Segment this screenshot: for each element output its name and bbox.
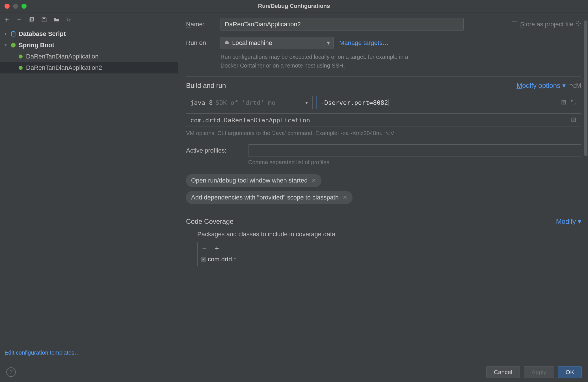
modify-options-link[interactable]: Modify options ▾: [516, 82, 565, 90]
tree-item-app1[interactable]: DaRenTanDianApplication: [0, 51, 178, 62]
main-class-value: com.drtd.DaRenTanDianApplication: [190, 117, 310, 124]
maximize-window-icon[interactable]: [21, 4, 27, 9]
spring-leaf-icon: [18, 53, 24, 60]
tree-group-label: Database Script: [19, 30, 66, 38]
chip-provided-scope[interactable]: Add dependencies with "provided" scope t…: [186, 191, 353, 204]
coverage-item-label: com.drtd.*: [208, 256, 236, 263]
chevron-down-icon: ▾: [562, 82, 566, 89]
vm-options-value: -Dserver.port=8082: [321, 99, 388, 106]
history-icon[interactable]: [561, 99, 567, 106]
main-class-input[interactable]: com.drtd.DaRenTanDianApplication: [186, 113, 581, 127]
home-icon: [224, 39, 229, 47]
apply-button[interactable]: Apply: [524, 366, 554, 378]
tree-group-label: Spring Boot: [19, 42, 54, 49]
profiles-label: Active profiles:: [186, 147, 248, 154]
jdk-hint: SDK of 'drtd' mo: [215, 99, 275, 106]
close-icon[interactable]: ✕: [343, 194, 347, 201]
copy-icon[interactable]: [28, 16, 35, 23]
bottombar: ? Cancel Apply OK: [0, 362, 588, 382]
chevron-down-icon: ▾: [578, 218, 581, 225]
close-window-icon[interactable]: [5, 4, 10, 9]
svg-point-5: [578, 23, 579, 24]
runon-value: Local machine: [232, 39, 272, 47]
titlebar: Run/Debug Configurations: [0, 0, 588, 12]
add-icon[interactable]: [213, 245, 220, 252]
manage-targets-link[interactable]: Manage targets…: [339, 39, 389, 47]
sidebar-toolbar: [0, 12, 178, 27]
list-icon[interactable]: [571, 117, 577, 123]
modify-shortcut: ⌥M: [569, 82, 581, 89]
scrollbar-thumb[interactable]: [584, 20, 587, 156]
window-controls: [5, 4, 27, 9]
coverage-section-title: Code Coverage: [186, 218, 234, 225]
svg-point-3: [12, 32, 15, 33]
svg-rect-1: [29, 18, 33, 22]
svg-point-4: [11, 43, 16, 48]
expand-icon[interactable]: [570, 99, 577, 106]
store-as-project-checkbox[interactable]: [512, 21, 517, 27]
cancel-button[interactable]: Cancel: [486, 366, 520, 378]
name-input[interactable]: [220, 18, 464, 31]
runon-hint: Run configurations may be executed local…: [220, 53, 427, 70]
vm-options-input[interactable]: -Dserver.port=8082: [316, 96, 581, 109]
store-as-project-label: Store as project file: [520, 21, 573, 28]
config-tree: Database Script Spring Boot DaRenTanDian…: [0, 27, 178, 346]
tree-item-label: DaRenTanDianApplication2: [26, 64, 102, 71]
chevron-right-icon: [3, 32, 8, 36]
window-title: Run/Debug Configurations: [258, 3, 330, 9]
build-section-title: Build and run: [186, 82, 226, 90]
coverage-modify-link[interactable]: Modify ▾: [556, 218, 581, 225]
chip-open-tool-window[interactable]: Open run/debug tool window when started …: [186, 174, 321, 187]
gear-icon[interactable]: [576, 21, 581, 28]
chevron-down-icon: ▾: [305, 99, 308, 106]
text-cursor: [388, 99, 388, 106]
config-form: Name: Store as project file Run on: Loca…: [178, 12, 588, 362]
name-label: Name:: [186, 21, 220, 28]
divider: [186, 76, 581, 77]
tree-group-spring-boot[interactable]: Spring Boot: [0, 40, 178, 51]
runon-label: Run on:: [186, 39, 220, 47]
svg-rect-2: [43, 18, 45, 19]
coverage-list: ✓ com.drtd.*: [197, 242, 581, 266]
tree-item-app2[interactable]: DaRenTanDianApplication2: [0, 62, 178, 73]
close-icon[interactable]: ✕: [312, 177, 316, 184]
database-icon: [10, 31, 16, 37]
coverage-checkbox[interactable]: ✓: [201, 257, 206, 262]
jdk-dropdown[interactable]: java 8 SDK of 'drtd' mo ▾: [186, 96, 313, 109]
coverage-item[interactable]: ✓ com.drtd.*: [198, 255, 581, 266]
coverage-subtitle: Packages and classes to include in cover…: [197, 231, 581, 238]
edit-templates-link[interactable]: Edit configuration templates…: [5, 350, 80, 356]
remove-icon[interactable]: [16, 16, 23, 23]
runon-dropdown[interactable]: Local machine ▾: [220, 37, 334, 49]
spring-leaf-icon: [18, 65, 24, 71]
tree-item-label: DaRenTanDianApplication: [26, 53, 99, 60]
profiles-input[interactable]: [248, 144, 581, 157]
remove-icon[interactable]: [201, 245, 208, 252]
spring-icon: [10, 42, 16, 48]
vm-hint: VM options. CLI arguments to the 'Java' …: [186, 130, 581, 136]
minimize-window-icon: [13, 4, 18, 9]
save-icon[interactable]: [41, 16, 47, 23]
chevron-down-icon: ▾: [327, 39, 330, 47]
chip-label: Add dependencies with "provided" scope t…: [191, 194, 339, 201]
folder-icon[interactable]: [53, 16, 60, 23]
jdk-value: java 8: [190, 99, 213, 106]
chip-label: Open run/debug tool window when started: [191, 177, 308, 184]
ok-button[interactable]: OK: [558, 366, 582, 378]
profiles-hint: Comma separated list of profiles: [248, 159, 581, 166]
add-icon[interactable]: [3, 16, 10, 23]
tree-group-database-script[interactable]: Database Script: [0, 28, 178, 40]
sidebar: Database Script Spring Boot DaRenTanDian…: [0, 12, 178, 362]
chevron-down-icon: [3, 43, 8, 47]
help-icon[interactable]: ?: [6, 367, 16, 377]
sort-icon[interactable]: [66, 16, 72, 23]
